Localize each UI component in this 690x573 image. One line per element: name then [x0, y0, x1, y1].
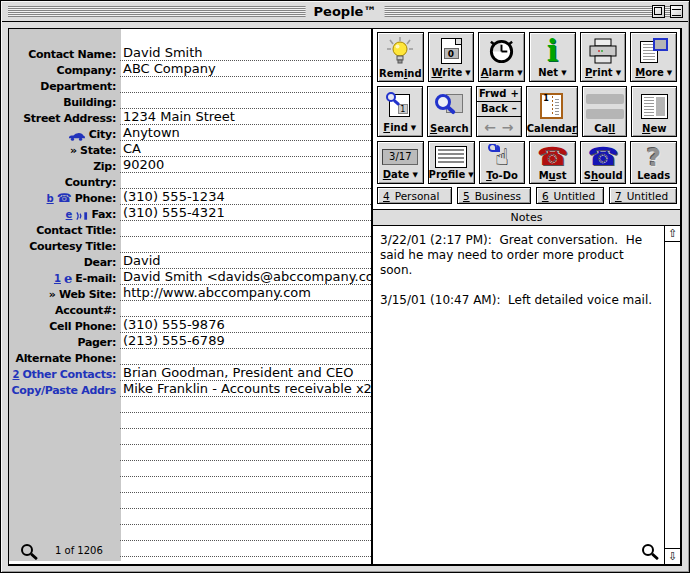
country-field[interactable] — [120, 173, 371, 189]
empty-field[interactable] — [120, 461, 371, 477]
content-area: Contact Name: David Smith Company: ABC C… — [8, 28, 682, 566]
speaker-icon[interactable] — [75, 211, 88, 221]
pager-field[interactable]: (213) 555-6789 — [120, 333, 371, 349]
scroll-up-arrow-icon[interactable] — [665, 226, 680, 242]
todo-button[interactable]: To-Do — [479, 141, 526, 184]
search-button[interactable]: Search — [427, 86, 473, 137]
more-button[interactable]: More — [630, 32, 677, 82]
street-address-field[interactable]: 1234 Main Street — [120, 109, 371, 125]
empty-field[interactable] — [120, 493, 371, 509]
other-contacts-shortcut[interactable]: 2 — [13, 368, 20, 381]
should-button[interactable]: Should — [580, 141, 627, 184]
field-row — [9, 509, 371, 525]
write-button[interactable]: 0 Write — [428, 32, 475, 82]
forward-label[interactable]: Frwd+ — [477, 87, 521, 102]
city-field[interactable]: Anytown — [120, 125, 371, 141]
title-bar[interactable]: People™ — [2, 2, 688, 22]
calendar-button[interactable]: 1 Calendar — [526, 86, 578, 137]
leads-button[interactable]: Leads — [630, 141, 677, 184]
empty-field[interactable] — [120, 477, 371, 493]
tab-untitled-7[interactable]: 7Untitled — [609, 187, 677, 204]
empty-field[interactable] — [120, 509, 371, 525]
field-row — [9, 397, 371, 413]
notes-scrollbar[interactable] — [664, 226, 680, 564]
back-arrow-icon[interactable] — [484, 119, 496, 135]
call-button[interactable]: Call — [582, 86, 628, 137]
empty-field[interactable] — [120, 445, 371, 461]
fax-field[interactable]: (310) 555-4321 — [120, 205, 371, 221]
e-world-icon[interactable] — [64, 273, 72, 285]
account-number-label: Account#: — [9, 304, 120, 317]
cell-phone-field[interactable]: (310) 555-9876 — [120, 317, 371, 333]
dear-field[interactable]: David — [120, 253, 371, 269]
blue-phone-icon — [581, 144, 626, 170]
courtesy-title-field[interactable] — [120, 237, 371, 253]
tab-personal[interactable]: 4Personal — [377, 187, 452, 204]
must-button[interactable]: Must — [529, 141, 576, 184]
scroll-down-arrow-icon[interactable] — [665, 548, 680, 564]
copy-paste-addrs-label[interactable]: 3 Copy/Paste Addrs — [9, 384, 120, 397]
field-row — [9, 445, 371, 461]
zoom-box-icon[interactable] — [652, 5, 665, 18]
field-row: Dear: David — [9, 253, 371, 269]
contact-name-label: Contact Name: — [9, 48, 120, 61]
department-field[interactable] — [120, 77, 371, 93]
zoom-notes-magnifier-icon[interactable] — [642, 544, 654, 556]
other-contacts-field[interactable]: Brian Goodman, President and CEO — [120, 365, 371, 381]
profile-button[interactable]: Profile — [428, 141, 475, 184]
field-row: Company: ABC Company — [9, 61, 371, 77]
tab-untitled-6[interactable]: 6Untitled — [536, 187, 604, 204]
print-button[interactable]: Print — [580, 32, 627, 82]
zip-field[interactable]: 90200 — [120, 157, 371, 173]
account-number-field[interactable] — [120, 301, 371, 317]
field-row: Building: — [9, 93, 371, 109]
zoom-fields-magnifier-icon[interactable] — [21, 544, 33, 556]
forward-arrow-icon[interactable] — [502, 119, 514, 135]
company-field[interactable]: ABC Company — [120, 61, 371, 77]
toolbar-row-1: Remind 0 Write Alarm Net — [377, 32, 677, 82]
remind-button[interactable]: Remind — [377, 32, 424, 82]
fax-shortcut[interactable]: e — [66, 208, 73, 221]
calendar-icon: 1 — [527, 89, 577, 123]
lightbulb-icon — [378, 35, 423, 68]
contact-name-field[interactable]: David Smith — [120, 45, 371, 61]
field-row — [9, 461, 371, 477]
field-row: 2 Other Contacts: Brian Goodman, Preside… — [9, 365, 371, 381]
forward-back-button[interactable]: Frwd+ Back– — [476, 86, 522, 137]
phone-shortcut[interactable]: b — [47, 192, 54, 205]
phone-icon[interactable] — [57, 192, 72, 205]
alarm-button[interactable]: Alarm — [478, 32, 525, 82]
notes-area[interactable]: 3/22/01 (2:17 PM): Great conversation. H… — [373, 226, 680, 564]
state-field[interactable]: CA — [120, 141, 371, 157]
phone-field[interactable]: (310) 555-1234 — [120, 189, 371, 205]
call-bars-icon — [583, 89, 627, 123]
building-field[interactable] — [120, 93, 371, 109]
website-field[interactable]: http://www.abccompany.com — [120, 285, 371, 301]
collapse-box-icon[interactable] — [670, 5, 683, 18]
empty-field[interactable] — [120, 397, 371, 413]
email-shortcut[interactable]: 1 — [54, 272, 61, 285]
other-contacts-label[interactable]: 2 Other Contacts: — [9, 368, 120, 381]
alternate-phone-field[interactable] — [120, 349, 371, 365]
date-button[interactable]: 3/17 Date — [377, 141, 424, 184]
copy-paste-addrs-field[interactable]: Mike Franklin - Accounts receivable x234… — [120, 381, 371, 397]
empty-field[interactable] — [120, 429, 371, 445]
empty-field[interactable] — [120, 525, 371, 541]
copy-paste-addrs-shortcut[interactable]: 3 — [8, 384, 9, 397]
email-label: 1 E-mail: — [9, 272, 120, 285]
field-row: »Web Site: http://www.abccompany.com — [9, 285, 371, 301]
contact-title-field[interactable] — [120, 221, 371, 237]
find-button[interactable]: 1 Find — [377, 86, 423, 137]
new-button[interactable]: New — [631, 86, 677, 137]
back-label[interactable]: Back– — [477, 102, 521, 117]
tab-business[interactable]: 5Business — [457, 187, 531, 204]
empty-field[interactable] — [120, 541, 371, 557]
date-box-icon: 3/17 — [378, 144, 423, 169]
notes-text[interactable]: 3/22/01 (2:17 PM): Great conversation. H… — [380, 233, 658, 538]
question-mark-icon — [631, 144, 676, 170]
email-field[interactable]: David Smith <davids@abccompany.com> — [120, 269, 371, 285]
field-row: Zip: 90200 — [9, 157, 371, 173]
net-button[interactable]: Net — [529, 32, 576, 82]
car-icon[interactable] — [68, 132, 86, 141]
empty-field[interactable] — [120, 413, 371, 429]
